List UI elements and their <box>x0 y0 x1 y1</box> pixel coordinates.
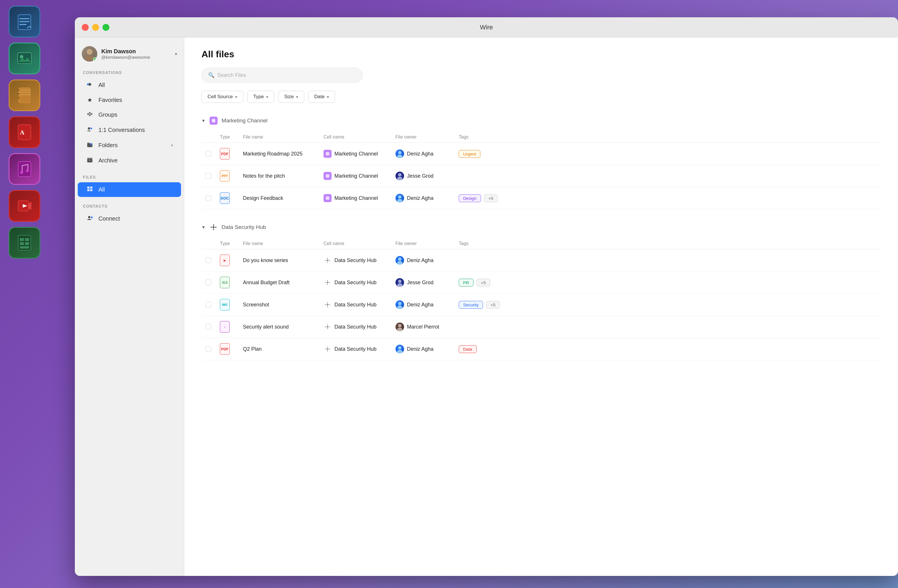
svg-point-99 <box>397 306 402 309</box>
sidebar-item-1on1[interactable]: 1:1 Conversations <box>78 123 181 137</box>
svg-point-32 <box>91 113 92 115</box>
row-checkbox[interactable] <box>206 173 211 179</box>
filename-cell: Annual Budget Draft <box>239 271 320 294</box>
marketing-channel-header[interactable]: ▼ Marketing Channel <box>201 114 881 127</box>
row-checkbox[interactable] <box>206 346 211 352</box>
owner-cell: Deniz Agha <box>395 300 451 309</box>
search-input[interactable] <box>217 72 356 79</box>
user-dropdown-arrow[interactable]: ▾ <box>175 52 177 56</box>
table-row: PPT Notes for the pitch Marketing Channe… <box>201 165 881 187</box>
spreadsheet-app-icon[interactable] <box>9 227 40 259</box>
svg-rect-48 <box>212 119 215 122</box>
close-button[interactable] <box>82 24 89 31</box>
hub-collapse-arrow: ▼ <box>201 225 206 229</box>
owner-avatar <box>395 194 404 202</box>
row-checkbox[interactable] <box>206 151 211 157</box>
img-icon: IMG <box>220 299 230 310</box>
svg-rect-55 <box>326 196 329 200</box>
svg-rect-42 <box>90 186 92 189</box>
page-title: All files <box>201 49 881 60</box>
user-profile[interactable]: Kim Dawson @kimdawson@awesome ▾ <box>75 46 184 70</box>
sidebar-item-all-label: All <box>98 82 173 88</box>
data-security-hub-header[interactable]: ▼ Data <box>201 221 881 234</box>
svg-point-53 <box>398 173 401 177</box>
photos-app-icon[interactable] <box>9 43 40 74</box>
svg-point-17 <box>26 169 29 172</box>
files-label: FILES <box>75 175 184 179</box>
svg-point-110 <box>397 328 402 331</box>
svg-point-76 <box>398 257 401 261</box>
owner-avatar <box>395 256 404 265</box>
music-app-icon[interactable] <box>9 153 40 185</box>
row-checkbox[interactable] <box>206 257 211 263</box>
row-checkbox[interactable] <box>206 195 211 201</box>
hub-cell-icon <box>323 279 332 286</box>
row-checkbox[interactable] <box>206 324 211 330</box>
sidebar-item-folders[interactable]: Folders ▾ <box>78 138 181 152</box>
cell-name-cell: Data Security Hub <box>323 301 387 309</box>
window-title: Wire <box>480 24 493 31</box>
sidebar-item-favorites[interactable]: ★ Favorites <box>78 93 181 107</box>
sidebar-item-archive-label: Archive <box>98 157 173 164</box>
col-header-type: Type <box>216 238 239 249</box>
video-app-icon[interactable] <box>9 190 40 222</box>
maximize-button[interactable] <box>103 24 109 31</box>
channel-icon <box>323 172 332 180</box>
type-label: Type <box>253 94 264 100</box>
col-header-check <box>201 238 216 249</box>
svg-point-30 <box>87 113 89 115</box>
filename-cell: Screenshot <box>239 294 320 316</box>
notes-app-icon[interactable] <box>9 6 40 37</box>
svg-point-67 <box>327 260 328 261</box>
cell-source-label: Cell Source <box>208 94 233 100</box>
hub-file-table: Type File name Cell name File owner Tags <box>201 238 881 360</box>
acrobat-app-icon[interactable]: A <box>9 116 40 148</box>
connect-icon <box>86 215 94 223</box>
svg-point-112 <box>327 347 328 348</box>
svg-point-29 <box>87 83 89 85</box>
owner-cell: Deniz Agha <box>395 345 451 353</box>
channel-icon <box>323 150 332 158</box>
svg-rect-4 <box>18 53 31 64</box>
xlsx-icon: XLS <box>220 277 230 288</box>
svg-point-31 <box>89 112 91 114</box>
col-header-check <box>201 132 216 143</box>
row-checkbox[interactable] <box>206 302 211 308</box>
sidebar-item-archive[interactable]: Archive <box>78 153 181 168</box>
svg-point-91 <box>329 304 330 305</box>
marketing-channel-name: Marketing Channel <box>221 117 268 124</box>
cell-source-filter[interactable]: Cell Source ▾ <box>201 91 243 103</box>
size-filter[interactable]: Size ▾ <box>278 91 304 103</box>
sidebar-item-groups[interactable]: Groups <box>78 108 181 122</box>
svg-point-56 <box>398 195 401 199</box>
svg-rect-11 <box>18 93 19 95</box>
sidebar-item-all[interactable]: All <box>78 78 181 92</box>
type-filter[interactable]: Type ▾ <box>247 91 274 103</box>
hub-cell-icon <box>323 301 332 309</box>
date-filter[interactable]: Date ▾ <box>308 91 335 103</box>
svg-point-115 <box>327 351 328 352</box>
sidebar-item-connect[interactable]: Connect <box>78 211 181 226</box>
size-chevron: ▾ <box>296 95 298 99</box>
marketing-channel-group: ▼ Marketing Channel Type File name Cell … <box>201 114 881 209</box>
svg-point-103 <box>325 326 326 328</box>
svg-point-80 <box>329 282 330 283</box>
svg-point-54 <box>397 177 402 180</box>
groups-icon <box>86 111 94 119</box>
user-info: Kim Dawson @kimdawson@awesome <box>101 48 171 60</box>
svg-point-109 <box>398 324 401 328</box>
table-row: ▶ Do you know series Data Security Hub <box>201 249 881 271</box>
svg-point-69 <box>329 260 330 261</box>
row-checkbox[interactable] <box>206 280 211 285</box>
type-chevron: ▾ <box>266 95 268 99</box>
notebook-app-icon[interactable] <box>9 80 40 111</box>
cell-name-cell: Marketing Channel <box>323 150 387 158</box>
svg-point-58 <box>213 226 214 228</box>
owner-cell: Jesse Grod <box>395 278 451 287</box>
col-header-cellname: Cell name <box>320 238 391 249</box>
minimize-button[interactable] <box>92 24 99 31</box>
tag: Urgent <box>459 150 480 158</box>
connect-label: Connect <box>98 215 173 222</box>
sidebar-item-all-files[interactable]: All <box>78 182 181 197</box>
svg-point-98 <box>398 302 401 305</box>
